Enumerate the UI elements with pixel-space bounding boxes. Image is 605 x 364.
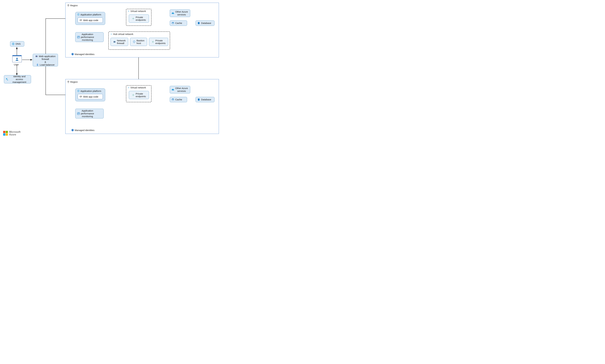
svg-point-31 bbox=[78, 91, 79, 91]
svg-point-25 bbox=[152, 41, 153, 42]
app-platform-label-r2: Application platform bbox=[77, 90, 101, 92]
cache-r1: Cache bbox=[170, 20, 187, 26]
user-label: User bbox=[14, 63, 19, 66]
svg-point-18 bbox=[78, 14, 79, 15]
apm-r2: Application performance monitoring bbox=[75, 109, 104, 118]
waf-label-2: firewall bbox=[42, 58, 49, 61]
identity-icon bbox=[71, 53, 74, 55]
code-icon bbox=[79, 19, 82, 22]
lb-label: Load balancer bbox=[40, 63, 55, 66]
firewall-icon bbox=[35, 55, 38, 58]
managed-identities-r1: Managed identities bbox=[71, 53, 95, 55]
svg-point-28 bbox=[72, 54, 73, 54]
code-icon bbox=[79, 95, 82, 98]
endpoint-icon bbox=[132, 94, 135, 96]
shield-icon bbox=[133, 40, 136, 43]
managed-identities-r2: Managed identities bbox=[71, 129, 95, 131]
logo-text-1: Microsoft bbox=[9, 130, 20, 133]
load-balancer-icon bbox=[36, 63, 39, 66]
database-r2: Database bbox=[196, 97, 214, 102]
cloud-icon bbox=[171, 88, 174, 91]
svg-point-26 bbox=[172, 22, 174, 23]
bastion-host-node: Bastion host bbox=[130, 38, 147, 46]
hub-private-endpoints: Private endpoints bbox=[149, 38, 168, 46]
hub-vnet: Hub virtual network Network firewall Bas… bbox=[108, 31, 170, 50]
firewall-icon bbox=[113, 40, 116, 43]
iam-node: Identity and access management bbox=[4, 75, 31, 83]
database-r1: Database bbox=[196, 20, 214, 26]
waf-ampersand: & bbox=[44, 61, 46, 63]
svg-point-35 bbox=[172, 99, 174, 99]
azure-logo: Microsoft Azure bbox=[3, 130, 20, 136]
svg-point-37 bbox=[72, 130, 73, 130]
private-endpoints-r1: Private endpoints bbox=[129, 14, 149, 23]
network-firewall-node: Network firewall bbox=[110, 38, 128, 46]
iam-label: Identity and access management bbox=[9, 75, 29, 84]
svg-point-29 bbox=[68, 81, 69, 82]
vnet-icon bbox=[127, 87, 130, 89]
database-icon bbox=[197, 22, 200, 25]
svg-rect-24 bbox=[113, 42, 115, 42]
svg-point-20 bbox=[128, 11, 129, 12]
vnet-icon bbox=[110, 33, 112, 35]
cache-r2: Cache bbox=[170, 97, 187, 102]
dns-label: DNS bbox=[15, 42, 21, 45]
svg-point-22 bbox=[111, 34, 112, 34]
dns-node: DNS bbox=[10, 41, 24, 47]
app-platform-r1: Application platform Web app code bbox=[75, 12, 105, 25]
user-icon bbox=[15, 57, 19, 61]
web-app-code-r2: Web app code bbox=[78, 94, 103, 99]
other-azure-r2: Other Azure services bbox=[170, 86, 190, 93]
pin-icon bbox=[67, 4, 69, 7]
waf-label-1: Web application bbox=[39, 55, 55, 58]
endpoint-icon bbox=[132, 17, 135, 20]
vnet-r1: Virtual network Private endpoints bbox=[126, 9, 151, 26]
svg-rect-15 bbox=[36, 56, 38, 57]
apm-r1: Application performance monitoring bbox=[75, 32, 104, 42]
user-box bbox=[12, 56, 22, 62]
endpoint-icon bbox=[151, 40, 154, 43]
logo-text-2: Azure bbox=[9, 133, 20, 136]
app-platform-label-r1: Application platform bbox=[77, 13, 101, 16]
monitor-icon bbox=[77, 36, 80, 39]
identity-icon bbox=[71, 129, 74, 131]
app-service-icon bbox=[77, 90, 80, 92]
monitor-icon bbox=[77, 112, 80, 115]
svg-point-21 bbox=[133, 18, 134, 19]
region1-label: Region bbox=[67, 4, 78, 7]
web-app-code-r1: Web app code bbox=[78, 17, 103, 23]
pin-icon bbox=[67, 81, 69, 83]
svg-point-16 bbox=[68, 5, 69, 5]
microsoft-logo-icon bbox=[3, 131, 8, 136]
svg-point-34 bbox=[133, 95, 134, 95]
cloud-icon bbox=[171, 12, 174, 15]
key-icon bbox=[6, 78, 9, 81]
vnet-icon bbox=[127, 10, 130, 12]
cache-icon bbox=[171, 98, 174, 101]
region2-label: Region bbox=[67, 80, 78, 83]
svg-point-12 bbox=[16, 58, 18, 59]
vnet-r2: Virtual network Private endpoints bbox=[126, 85, 151, 102]
app-service-icon bbox=[77, 13, 80, 16]
vnet-label-r1: Virtual network bbox=[127, 10, 146, 13]
hub-vnet-label: Hub virtual network bbox=[110, 33, 133, 35]
private-endpoints-r2: Private endpoints bbox=[129, 91, 149, 99]
other-azure-r1: Other Azure services bbox=[170, 9, 190, 17]
database-icon bbox=[197, 98, 200, 101]
cache-icon bbox=[171, 22, 174, 25]
globe-icon bbox=[12, 42, 15, 45]
waf-lb-node: Web application firewall & Load balancer bbox=[33, 54, 58, 66]
svg-point-33 bbox=[128, 87, 129, 88]
vnet-label-r2: Virtual network bbox=[127, 86, 146, 89]
app-platform-r2: Application platform Web app code bbox=[75, 88, 105, 101]
